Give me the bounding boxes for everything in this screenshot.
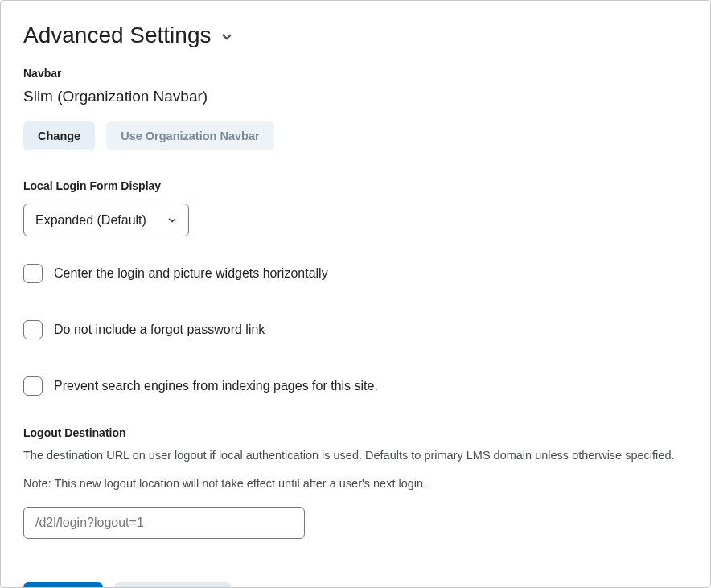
login-form-select[interactable]: Expanded (Default) bbox=[23, 204, 189, 236]
navbar-current-value: Slim (Organization Navbar) bbox=[23, 88, 688, 105]
center-widgets-checkbox[interactable] bbox=[23, 264, 43, 283]
logout-label: Logout Destination bbox=[23, 426, 688, 439]
section-title: Advanced Settings bbox=[23, 22, 212, 49]
collapse-toggle-icon[interactable] bbox=[220, 27, 234, 44]
advanced-settings-panel: Advanced Settings Navbar Slim (Organizat… bbox=[0, 0, 711, 588]
section-header: Advanced Settings bbox=[23, 22, 688, 49]
logout-section: Logout Destination The destination URL o… bbox=[23, 426, 688, 538]
preview-button[interactable]: Preview bbox=[23, 582, 103, 588]
logout-url-input[interactable] bbox=[23, 507, 305, 539]
footer-button-row: Preview Clear Changes bbox=[23, 582, 688, 588]
prevent-indexing-label[interactable]: Prevent search engines from indexing pag… bbox=[54, 379, 378, 393]
login-form-select-wrap: Expanded (Default) bbox=[23, 204, 189, 236]
navbar-button-row: Change Use Organization Navbar bbox=[23, 121, 688, 151]
center-widgets-label[interactable]: Center the login and picture widgets hor… bbox=[54, 266, 328, 281]
no-forgot-password-row: Do not include a forgot password link bbox=[23, 320, 688, 339]
navbar-section: Navbar Slim (Organization Navbar) Change… bbox=[23, 67, 688, 151]
logout-description: The destination URL on user logout if lo… bbox=[23, 447, 688, 464]
change-navbar-button[interactable]: Change bbox=[23, 121, 95, 151]
no-forgot-password-label[interactable]: Do not include a forgot password link bbox=[54, 323, 265, 337]
login-form-section: Local Login Form Display Expanded (Defau… bbox=[23, 179, 688, 236]
clear-changes-button[interactable]: Clear Changes bbox=[114, 582, 232, 588]
center-widgets-row: Center the login and picture widgets hor… bbox=[23, 264, 688, 283]
prevent-indexing-checkbox[interactable] bbox=[23, 376, 43, 396]
use-org-navbar-button[interactable]: Use Organization Navbar bbox=[106, 121, 273, 151]
navbar-label: Navbar bbox=[23, 67, 688, 80]
no-forgot-password-checkbox[interactable] bbox=[23, 320, 43, 339]
logout-note: Note: This new logout location will not … bbox=[23, 475, 688, 491]
prevent-indexing-row: Prevent search engines from indexing pag… bbox=[23, 376, 688, 396]
login-form-label: Local Login Form Display bbox=[23, 179, 688, 192]
